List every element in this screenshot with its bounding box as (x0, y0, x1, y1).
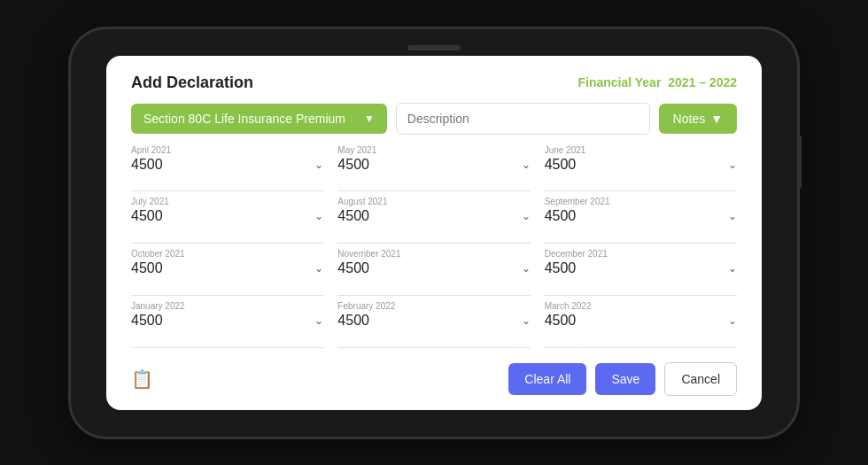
cancel-button[interactable]: Cancel (664, 362, 737, 396)
month-value: 4500 (545, 260, 577, 276)
financial-year-label: Financial Year (577, 75, 661, 89)
month-chevron-icon[interactable]: ⌄ (728, 210, 737, 222)
month-value-row: 4500⌄ (131, 313, 323, 329)
month-value-row: 4500⌄ (545, 157, 737, 173)
month-chevron-icon[interactable]: ⌄ (314, 262, 323, 275)
month-field: May 20214500⌄ (337, 145, 530, 192)
month-label: November 2021 (337, 249, 530, 259)
month-label: March 2022 (545, 301, 737, 311)
month-chevron-icon[interactable]: ⌄ (728, 159, 737, 171)
month-label: August 2021 (337, 197, 530, 206)
month-chevron-icon[interactable]: ⌄ (522, 210, 531, 222)
month-field: October 20214500⌄ (131, 249, 323, 296)
clear-all-button[interactable]: Clear All (508, 363, 586, 395)
page-title: Add Declaration (131, 74, 253, 92)
footer-left: 📋 (131, 368, 153, 390)
month-value-row: 4500⌄ (545, 313, 737, 329)
month-label: December 2021 (545, 249, 737, 259)
month-chevron-icon[interactable]: ⌄ (314, 159, 323, 171)
month-field: November 20214500⌄ (337, 249, 530, 296)
month-value-row: 4500⌄ (337, 313, 530, 329)
month-value: 4500 (545, 157, 577, 173)
month-value-row: 4500⌄ (131, 208, 323, 224)
month-chevron-icon[interactable]: ⌄ (522, 314, 531, 327)
month-value: 4500 (545, 313, 577, 329)
month-field: March 20224500⌄ (545, 301, 737, 348)
month-value: 4500 (545, 208, 577, 224)
month-value: 4500 (131, 157, 163, 173)
month-chevron-icon[interactable]: ⌄ (522, 262, 531, 275)
card-header: Add Declaration Financial Year 2021 – 20… (131, 74, 737, 92)
month-value: 4500 (131, 313, 163, 329)
controls-row: Section 80C Life Insurance Premium ▼ Not… (131, 103, 737, 135)
month-value: 4500 (337, 157, 369, 173)
month-value-row: 4500⌄ (131, 260, 323, 276)
month-label: January 2022 (131, 301, 323, 311)
phone-frame: Add Declaration Financial Year 2021 – 20… (71, 29, 797, 437)
month-field: September 20214500⌄ (545, 197, 737, 244)
month-field: April 20214500⌄ (131, 145, 323, 192)
month-chevron-icon[interactable]: ⌄ (314, 210, 323, 222)
month-chevron-icon[interactable]: ⌄ (728, 262, 737, 275)
description-input[interactable] (396, 103, 650, 135)
month-label: February 2022 (337, 301, 530, 311)
save-button[interactable]: Save (595, 363, 655, 395)
month-value-row: 4500⌄ (337, 157, 530, 173)
month-field: August 20214500⌄ (337, 197, 530, 244)
month-value: 4500 (337, 208, 369, 224)
month-field: January 20224500⌄ (131, 301, 323, 348)
clipboard-icon: 📋 (131, 369, 153, 389)
footer-row: 📋 Clear All Save Cancel (131, 359, 737, 396)
month-chevron-icon[interactable]: ⌄ (522, 159, 531, 171)
dropdown-label: Section 80C Life Insurance Premium (143, 112, 345, 126)
month-value: 4500 (337, 313, 369, 329)
add-declaration-card: Add Declaration Financial Year 2021 – 20… (106, 56, 762, 410)
month-field: February 20224500⌄ (337, 301, 530, 348)
month-value-row: 4500⌄ (337, 208, 530, 224)
month-label: June 2021 (545, 145, 737, 155)
month-value-row: 4500⌄ (545, 260, 737, 276)
month-field: June 20214500⌄ (545, 145, 737, 192)
month-chevron-icon[interactable]: ⌄ (314, 314, 323, 327)
financial-year: Financial Year 2021 – 2022 (577, 75, 737, 89)
category-dropdown[interactable]: Section 80C Life Insurance Premium ▼ (131, 104, 387, 134)
month-value-row: 4500⌄ (545, 208, 737, 224)
notes-chevron-icon: ▼ (710, 112, 723, 126)
month-value: 4500 (131, 208, 163, 224)
month-value: 4500 (131, 260, 163, 276)
month-field: July 20214500⌄ (131, 197, 323, 244)
month-label: October 2021 (131, 249, 323, 259)
notes-label: Notes (673, 112, 706, 126)
chevron-down-icon: ▼ (364, 112, 375, 125)
financial-year-value: 2021 – 2022 (668, 75, 737, 89)
month-label: September 2021 (545, 197, 737, 206)
month-chevron-icon[interactable]: ⌄ (728, 314, 737, 327)
month-value-row: 4500⌄ (131, 157, 323, 173)
month-value: 4500 (337, 260, 369, 276)
notes-button[interactable]: Notes ▼ (659, 104, 737, 134)
month-field: December 20214500⌄ (545, 249, 737, 296)
month-label: April 2021 (131, 145, 323, 155)
month-label: May 2021 (337, 145, 530, 155)
months-grid: April 20214500⌄May 20214500⌄June 2021450… (131, 145, 737, 348)
month-value-row: 4500⌄ (337, 260, 530, 276)
month-label: July 2021 (131, 197, 323, 206)
